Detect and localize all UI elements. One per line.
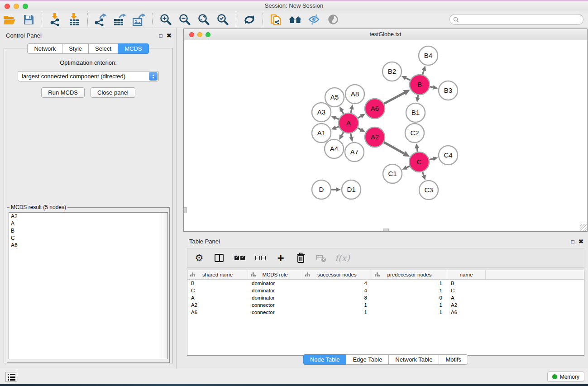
- task-history-button[interactable]: [5, 372, 17, 382]
- column-header-name[interactable]: name: [447, 270, 486, 279]
- export-table-button[interactable]: [112, 12, 128, 27]
- table-cell[interactable]: 8: [302, 295, 372, 300]
- search-box[interactable]: [449, 14, 583, 25]
- tab-motifs[interactable]: Motifs: [439, 354, 468, 365]
- column-header-MCDS-role[interactable]: MCDS role: [248, 270, 302, 279]
- table-cell[interactable]: A6: [187, 310, 248, 315]
- tab-mcds[interactable]: MCDS: [118, 43, 148, 54]
- graph-node-A7[interactable]: A7: [345, 143, 364, 162]
- zoom-selected-button[interactable]: [215, 12, 231, 27]
- table-cell[interactable]: dominator: [248, 281, 302, 286]
- graph-node-B2[interactable]: B2: [382, 62, 402, 81]
- graph-node-A3[interactable]: A3: [312, 103, 331, 122]
- table-cell[interactable]: 1: [372, 302, 447, 308]
- zoom-out-button[interactable]: [177, 12, 193, 27]
- table-cell[interactable]: A2: [187, 302, 248, 308]
- table-cell[interactable]: 4: [302, 288, 372, 293]
- delete-table-button[interactable]: ✕: [315, 252, 326, 264]
- graph-node-C[interactable]: C: [409, 152, 429, 172]
- table-cell[interactable]: connector: [248, 302, 302, 308]
- delete-columns-button[interactable]: [295, 252, 306, 264]
- export-image-button[interactable]: [131, 12, 147, 27]
- table-cell[interactable]: 4: [302, 281, 372, 286]
- table-cell[interactable]: 0: [372, 295, 447, 300]
- graph-node-C2[interactable]: C2: [405, 124, 424, 143]
- edge-A6-B[interactable]: [384, 92, 405, 104]
- split-view-button[interactable]: [214, 252, 225, 264]
- zoom-fit-button[interactable]: [196, 12, 212, 27]
- resize-grip[interactable]: [580, 224, 587, 231]
- table-row[interactable]: A2connector11A2: [187, 301, 584, 309]
- graph-node-A4[interactable]: A4: [325, 139, 344, 158]
- refresh-layout-button[interactable]: [241, 12, 258, 27]
- table-row[interactable]: Cdominator41C: [187, 287, 584, 294]
- import-network-button[interactable]: [47, 12, 63, 27]
- function-builder-button[interactable]: f(x): [335, 252, 350, 264]
- tab-select[interactable]: Select: [88, 43, 118, 54]
- deselect-all-columns-button[interactable]: [254, 252, 266, 264]
- table-cell[interactable]: connector: [248, 310, 302, 315]
- duplicate-network-button[interactable]: [268, 12, 284, 27]
- graph-node-B3[interactable]: B3: [439, 81, 458, 100]
- graph-node-B1[interactable]: B1: [406, 103, 425, 122]
- table-settings-button[interactable]: ⚙: [194, 252, 205, 264]
- table-cell[interactable]: 1: [372, 310, 447, 315]
- import-table-button[interactable]: [66, 12, 82, 27]
- graph-node-A6[interactable]: A6: [365, 99, 385, 119]
- graph-node-C4[interactable]: C4: [439, 146, 458, 165]
- graph-node-A1[interactable]: A1: [312, 124, 331, 143]
- network-canvas[interactable]: AA1A2A3A4A5A6A7A8BB1B2B3B4CC1C2C3C4DD1: [184, 40, 587, 231]
- save-session-button[interactable]: [20, 12, 37, 27]
- table-cell[interactable]: 1: [302, 310, 372, 315]
- table-cell[interactable]: B: [447, 281, 486, 286]
- search-input[interactable]: [459, 15, 583, 24]
- result-item[interactable]: B: [9, 227, 167, 234]
- close-panel-icon[interactable]: ✖: [167, 32, 172, 39]
- tab-network-table[interactable]: Network Table: [388, 354, 439, 365]
- result-list-scrollbar[interactable]: [162, 213, 167, 359]
- table-cell[interactable]: 1: [372, 281, 447, 286]
- column-header-successor-nodes[interactable]: successor nodes: [302, 270, 372, 279]
- memory-button[interactable]: Memory: [547, 372, 584, 382]
- hide-panels-button[interactable]: [306, 12, 322, 27]
- close-panel-button[interactable]: Close panel: [91, 87, 135, 98]
- network-vertical-scrollbar[interactable]: [184, 207, 187, 213]
- tab-style[interactable]: Style: [62, 43, 89, 54]
- result-item[interactable]: C: [9, 234, 167, 242]
- zoom-in-button[interactable]: [158, 12, 174, 27]
- graph-node-C3[interactable]: C3: [419, 181, 438, 200]
- table-cell[interactable]: A: [187, 295, 248, 300]
- open-session-button[interactable]: [1, 12, 18, 27]
- export-network-button[interactable]: [93, 12, 109, 27]
- graph-node-C1[interactable]: C1: [383, 164, 402, 183]
- column-header-predecessor-nodes[interactable]: predecessor nodes: [372, 270, 447, 279]
- result-item[interactable]: A: [9, 220, 167, 227]
- table-cell[interactable]: 1: [372, 288, 447, 293]
- create-column-button[interactable]: +: [275, 252, 286, 264]
- table-cell[interactable]: A: [447, 295, 486, 300]
- column-header-shared-name[interactable]: shared name: [187, 270, 248, 279]
- result-item[interactable]: A2: [9, 213, 167, 220]
- result-item[interactable]: A6: [9, 242, 167, 249]
- graph-node-B[interactable]: B: [410, 75, 430, 95]
- table-cell[interactable]: C: [187, 288, 248, 293]
- bird-view-button[interactable]: [325, 12, 341, 27]
- tab-edge-table[interactable]: Edge Table: [346, 354, 389, 365]
- graph-node-B4[interactable]: B4: [419, 46, 438, 65]
- table-cell[interactable]: A2: [447, 302, 486, 308]
- graph-node-A[interactable]: A: [339, 113, 359, 133]
- table-cell[interactable]: 1: [302, 302, 372, 308]
- table-cell[interactable]: C: [447, 288, 486, 293]
- tab-network[interactable]: Network: [27, 43, 62, 54]
- table-cell[interactable]: dominator: [248, 288, 302, 293]
- table-row[interactable]: A6connector11A6: [187, 309, 584, 316]
- select-all-columns-button[interactable]: [234, 252, 245, 264]
- float-panel-icon[interactable]: □: [159, 33, 163, 39]
- float-table-panel-icon[interactable]: □: [571, 238, 574, 245]
- graph-node-D[interactable]: D: [312, 180, 331, 199]
- network-horizontal-scrollbar[interactable]: [383, 229, 389, 231]
- tab-node-table[interactable]: Node Table: [303, 354, 347, 365]
- close-table-panel-icon[interactable]: ✖: [578, 238, 583, 245]
- optimization-criterion-select[interactable]: largest connected component (directed) ▲…: [18, 71, 159, 81]
- table-row[interactable]: Adominator80A: [187, 294, 584, 301]
